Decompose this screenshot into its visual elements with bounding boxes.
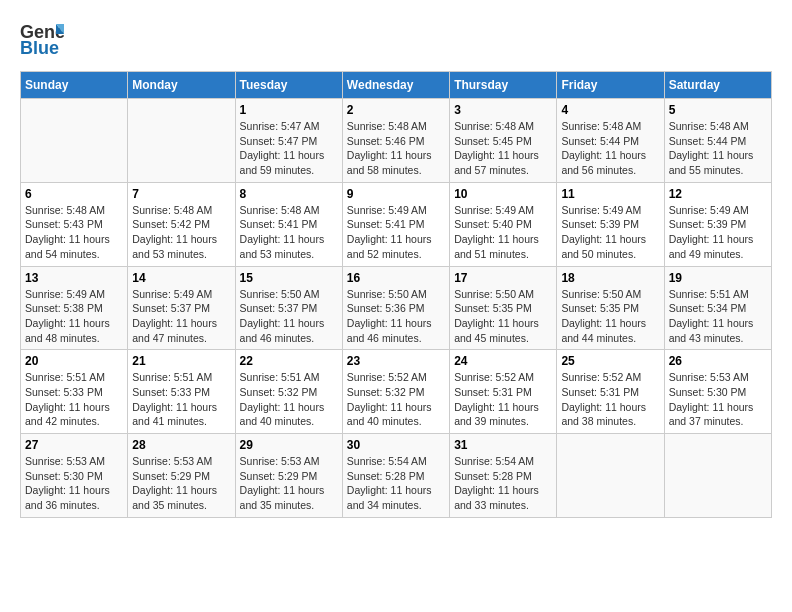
calendar-cell: 30Sunrise: 5:54 AM Sunset: 5:28 PM Dayli… xyxy=(342,434,449,518)
day-number: 29 xyxy=(240,438,338,452)
day-info: Sunrise: 5:52 AM Sunset: 5:31 PM Dayligh… xyxy=(454,370,552,429)
calendar-cell: 15Sunrise: 5:50 AM Sunset: 5:37 PM Dayli… xyxy=(235,266,342,350)
day-info: Sunrise: 5:50 AM Sunset: 5:36 PM Dayligh… xyxy=(347,287,445,346)
day-info: Sunrise: 5:51 AM Sunset: 5:33 PM Dayligh… xyxy=(132,370,230,429)
day-number: 30 xyxy=(347,438,445,452)
day-number: 20 xyxy=(25,354,123,368)
day-info: Sunrise: 5:54 AM Sunset: 5:28 PM Dayligh… xyxy=(347,454,445,513)
calendar: SundayMondayTuesdayWednesdayThursdayFrid… xyxy=(20,71,772,518)
calendar-week: 13Sunrise: 5:49 AM Sunset: 5:38 PM Dayli… xyxy=(21,266,772,350)
day-info: Sunrise: 5:49 AM Sunset: 5:41 PM Dayligh… xyxy=(347,203,445,262)
calendar-cell: 1Sunrise: 5:47 AM Sunset: 5:47 PM Daylig… xyxy=(235,99,342,183)
day-info: Sunrise: 5:49 AM Sunset: 5:37 PM Dayligh… xyxy=(132,287,230,346)
day-number: 12 xyxy=(669,187,767,201)
calendar-cell: 23Sunrise: 5:52 AM Sunset: 5:32 PM Dayli… xyxy=(342,350,449,434)
weekday-header: Thursday xyxy=(450,72,557,99)
day-number: 8 xyxy=(240,187,338,201)
calendar-cell: 2Sunrise: 5:48 AM Sunset: 5:46 PM Daylig… xyxy=(342,99,449,183)
day-info: Sunrise: 5:49 AM Sunset: 5:39 PM Dayligh… xyxy=(669,203,767,262)
day-info: Sunrise: 5:47 AM Sunset: 5:47 PM Dayligh… xyxy=(240,119,338,178)
calendar-cell xyxy=(557,434,664,518)
page-header: General Blue xyxy=(20,20,772,56)
calendar-cell: 9Sunrise: 5:49 AM Sunset: 5:41 PM Daylig… xyxy=(342,182,449,266)
weekday-header: Tuesday xyxy=(235,72,342,99)
calendar-week: 6Sunrise: 5:48 AM Sunset: 5:43 PM Daylig… xyxy=(21,182,772,266)
weekday-header: Monday xyxy=(128,72,235,99)
day-number: 5 xyxy=(669,103,767,117)
day-info: Sunrise: 5:48 AM Sunset: 5:41 PM Dayligh… xyxy=(240,203,338,262)
calendar-cell: 21Sunrise: 5:51 AM Sunset: 5:33 PM Dayli… xyxy=(128,350,235,434)
day-number: 25 xyxy=(561,354,659,368)
day-number: 2 xyxy=(347,103,445,117)
weekday-header: Saturday xyxy=(664,72,771,99)
calendar-cell xyxy=(128,99,235,183)
logo-icon: General Blue xyxy=(20,20,64,56)
calendar-cell: 8Sunrise: 5:48 AM Sunset: 5:41 PM Daylig… xyxy=(235,182,342,266)
logo: General Blue xyxy=(20,20,64,56)
calendar-cell: 5Sunrise: 5:48 AM Sunset: 5:44 PM Daylig… xyxy=(664,99,771,183)
day-number: 6 xyxy=(25,187,123,201)
day-info: Sunrise: 5:48 AM Sunset: 5:42 PM Dayligh… xyxy=(132,203,230,262)
day-number: 26 xyxy=(669,354,767,368)
day-info: Sunrise: 5:54 AM Sunset: 5:28 PM Dayligh… xyxy=(454,454,552,513)
calendar-cell: 31Sunrise: 5:54 AM Sunset: 5:28 PM Dayli… xyxy=(450,434,557,518)
day-number: 31 xyxy=(454,438,552,452)
calendar-cell: 27Sunrise: 5:53 AM Sunset: 5:30 PM Dayli… xyxy=(21,434,128,518)
day-info: Sunrise: 5:48 AM Sunset: 5:45 PM Dayligh… xyxy=(454,119,552,178)
calendar-cell: 10Sunrise: 5:49 AM Sunset: 5:40 PM Dayli… xyxy=(450,182,557,266)
day-number: 10 xyxy=(454,187,552,201)
calendar-cell: 14Sunrise: 5:49 AM Sunset: 5:37 PM Dayli… xyxy=(128,266,235,350)
day-number: 7 xyxy=(132,187,230,201)
day-info: Sunrise: 5:53 AM Sunset: 5:30 PM Dayligh… xyxy=(669,370,767,429)
day-number: 23 xyxy=(347,354,445,368)
calendar-week: 1Sunrise: 5:47 AM Sunset: 5:47 PM Daylig… xyxy=(21,99,772,183)
day-number: 9 xyxy=(347,187,445,201)
day-info: Sunrise: 5:48 AM Sunset: 5:43 PM Dayligh… xyxy=(25,203,123,262)
day-number: 11 xyxy=(561,187,659,201)
calendar-cell: 19Sunrise: 5:51 AM Sunset: 5:34 PM Dayli… xyxy=(664,266,771,350)
calendar-header: SundayMondayTuesdayWednesdayThursdayFrid… xyxy=(21,72,772,99)
day-number: 15 xyxy=(240,271,338,285)
calendar-week: 20Sunrise: 5:51 AM Sunset: 5:33 PM Dayli… xyxy=(21,350,772,434)
calendar-cell: 11Sunrise: 5:49 AM Sunset: 5:39 PM Dayli… xyxy=(557,182,664,266)
day-number: 24 xyxy=(454,354,552,368)
day-info: Sunrise: 5:50 AM Sunset: 5:37 PM Dayligh… xyxy=(240,287,338,346)
day-info: Sunrise: 5:49 AM Sunset: 5:38 PM Dayligh… xyxy=(25,287,123,346)
day-number: 27 xyxy=(25,438,123,452)
day-number: 18 xyxy=(561,271,659,285)
day-number: 13 xyxy=(25,271,123,285)
day-info: Sunrise: 5:50 AM Sunset: 5:35 PM Dayligh… xyxy=(561,287,659,346)
day-info: Sunrise: 5:51 AM Sunset: 5:34 PM Dayligh… xyxy=(669,287,767,346)
calendar-cell: 22Sunrise: 5:51 AM Sunset: 5:32 PM Dayli… xyxy=(235,350,342,434)
day-info: Sunrise: 5:48 AM Sunset: 5:44 PM Dayligh… xyxy=(561,119,659,178)
calendar-cell: 6Sunrise: 5:48 AM Sunset: 5:43 PM Daylig… xyxy=(21,182,128,266)
calendar-cell: 7Sunrise: 5:48 AM Sunset: 5:42 PM Daylig… xyxy=(128,182,235,266)
day-number: 19 xyxy=(669,271,767,285)
day-number: 22 xyxy=(240,354,338,368)
day-info: Sunrise: 5:53 AM Sunset: 5:29 PM Dayligh… xyxy=(240,454,338,513)
day-number: 17 xyxy=(454,271,552,285)
day-info: Sunrise: 5:53 AM Sunset: 5:30 PM Dayligh… xyxy=(25,454,123,513)
calendar-cell xyxy=(664,434,771,518)
calendar-cell: 28Sunrise: 5:53 AM Sunset: 5:29 PM Dayli… xyxy=(128,434,235,518)
day-number: 21 xyxy=(132,354,230,368)
day-info: Sunrise: 5:50 AM Sunset: 5:35 PM Dayligh… xyxy=(454,287,552,346)
calendar-cell: 29Sunrise: 5:53 AM Sunset: 5:29 PM Dayli… xyxy=(235,434,342,518)
calendar-cell xyxy=(21,99,128,183)
calendar-cell: 12Sunrise: 5:49 AM Sunset: 5:39 PM Dayli… xyxy=(664,182,771,266)
day-info: Sunrise: 5:48 AM Sunset: 5:44 PM Dayligh… xyxy=(669,119,767,178)
day-info: Sunrise: 5:52 AM Sunset: 5:32 PM Dayligh… xyxy=(347,370,445,429)
calendar-cell: 25Sunrise: 5:52 AM Sunset: 5:31 PM Dayli… xyxy=(557,350,664,434)
day-info: Sunrise: 5:51 AM Sunset: 5:33 PM Dayligh… xyxy=(25,370,123,429)
calendar-cell: 17Sunrise: 5:50 AM Sunset: 5:35 PM Dayli… xyxy=(450,266,557,350)
calendar-cell: 16Sunrise: 5:50 AM Sunset: 5:36 PM Dayli… xyxy=(342,266,449,350)
day-info: Sunrise: 5:53 AM Sunset: 5:29 PM Dayligh… xyxy=(132,454,230,513)
day-number: 28 xyxy=(132,438,230,452)
day-number: 3 xyxy=(454,103,552,117)
day-number: 16 xyxy=(347,271,445,285)
calendar-cell: 18Sunrise: 5:50 AM Sunset: 5:35 PM Dayli… xyxy=(557,266,664,350)
day-info: Sunrise: 5:49 AM Sunset: 5:39 PM Dayligh… xyxy=(561,203,659,262)
weekday-header: Friday xyxy=(557,72,664,99)
day-info: Sunrise: 5:48 AM Sunset: 5:46 PM Dayligh… xyxy=(347,119,445,178)
calendar-cell: 13Sunrise: 5:49 AM Sunset: 5:38 PM Dayli… xyxy=(21,266,128,350)
